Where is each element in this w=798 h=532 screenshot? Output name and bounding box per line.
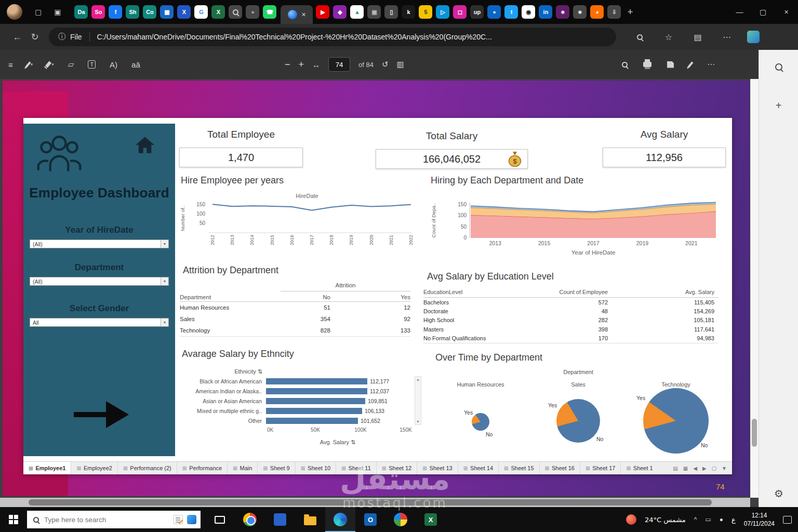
more-options-icon[interactable]: ⋯ xyxy=(707,60,715,69)
maximize-button[interactable]: ▢ xyxy=(751,0,775,24)
language-indicator[interactable]: ع xyxy=(732,516,736,524)
horizontal-scrollbar-thumb[interactable] xyxy=(29,499,712,506)
start-button[interactable] xyxy=(0,507,27,532)
browser-tab[interactable]: t xyxy=(504,5,518,19)
fit-to-width-button[interactable]: ↔ xyxy=(312,60,320,69)
browser-tab[interactable]: ◻ xyxy=(453,5,467,19)
browser-tab[interactable]: ▲ xyxy=(350,5,364,19)
browser-tab[interactable]: ▦ xyxy=(160,5,174,19)
profile-avatar[interactable] xyxy=(7,4,22,20)
zoom-indicator-icon[interactable] xyxy=(634,34,645,40)
taskbar-app-outlook[interactable]: O xyxy=(355,507,385,532)
browser-tab[interactable] xyxy=(229,5,242,19)
browser-tab[interactable]: ▶ xyxy=(316,5,329,19)
taskbar-app-edge[interactable] xyxy=(325,507,355,532)
browser-tab[interactable]: ▷ xyxy=(436,5,449,19)
sort-icon: ⇅ xyxy=(258,368,262,375)
tray-status-icon[interactable]: ● xyxy=(720,516,723,523)
tray-touchpad-icon[interactable]: ▭ xyxy=(705,516,711,523)
browser-tab[interactable]: Sh xyxy=(126,5,139,19)
search-document-icon[interactable] xyxy=(622,62,628,68)
workspaces-icon[interactable]: ▢ xyxy=(35,8,42,16)
browser-tab[interactable]: G xyxy=(194,5,208,19)
settings-more-icon[interactable]: ⋯ xyxy=(721,32,733,42)
pdf-page-input[interactable] xyxy=(328,57,350,72)
read-aloud-icon[interactable]: A) xyxy=(110,60,117,69)
browser-tab[interactable]: f xyxy=(109,5,122,19)
add-text-icon[interactable]: T xyxy=(88,60,96,69)
browser-tab[interactable]: up xyxy=(470,5,484,19)
browser-tab[interactable]: ∗ xyxy=(556,5,569,19)
browser-tab[interactable]: Co xyxy=(143,5,156,19)
page-info-icon[interactable]: ⓘ xyxy=(58,32,65,42)
favorites-bar-icon[interactable]: ▤ xyxy=(692,32,703,42)
weather-label[interactable]: 24°C مشمس xyxy=(645,516,686,524)
browser-tab[interactable]: k xyxy=(402,5,415,19)
translate-icon[interactable]: aā xyxy=(131,60,140,69)
back-button[interactable]: ← xyxy=(8,32,26,43)
browser-tab[interactable]: X xyxy=(177,5,191,19)
browser-tab[interactable]: ⇩ xyxy=(607,5,621,19)
taskbar-search-box[interactable] xyxy=(27,511,201,528)
browser-essentials-icon[interactable] xyxy=(747,31,760,43)
close-button[interactable]: × xyxy=(775,0,798,24)
page-view-button[interactable]: ▥ xyxy=(397,60,404,69)
sidebar-add-icon[interactable]: + xyxy=(776,100,782,112)
browser-tab[interactable]: ◆ xyxy=(333,5,347,19)
browser-tab[interactable]: ● xyxy=(487,5,501,19)
highlights-note-icon[interactable] xyxy=(174,515,183,524)
sidebar-search-icon[interactable] xyxy=(775,63,782,71)
sidebar-settings-icon[interactable]: ⚙ xyxy=(759,487,798,500)
tab-close-icon[interactable]: × xyxy=(301,10,305,19)
tab-list-icon[interactable]: ▣ xyxy=(54,8,61,16)
rotate-button[interactable]: ↺ xyxy=(382,60,389,69)
clock[interactable]: 12:14 07/11/2024 xyxy=(744,511,775,528)
task-view-button[interactable] xyxy=(205,507,235,532)
sheet-tab-sheet-18: ⊞Sheet 18 xyxy=(621,462,653,474)
browser-tab[interactable]: ◕ xyxy=(590,5,604,19)
active-tab[interactable]: × xyxy=(281,5,313,24)
browser-tab[interactable]: ● xyxy=(246,5,259,19)
browser-tab[interactable]: ▯ xyxy=(384,5,398,19)
browser-tab[interactable]: So xyxy=(91,5,105,19)
education-table: EducationLevel Count of Employee Avg. Sa… xyxy=(423,289,719,343)
favorite-star-icon[interactable]: ☆ xyxy=(663,32,674,42)
highlighter-tool-icon[interactable]: ▾ xyxy=(47,61,54,68)
search-input[interactable] xyxy=(44,516,174,524)
save-icon[interactable] xyxy=(667,61,674,68)
zoom-out-button[interactable]: − xyxy=(285,59,290,70)
browser-tab[interactable]: X xyxy=(211,5,225,19)
browser-tab[interactable]: 5 xyxy=(419,5,432,19)
address-field[interactable]: ⓘ File C:/Users/maham/OneDrive/Documents… xyxy=(49,28,616,46)
highlights-app-icon[interactable] xyxy=(187,515,196,524)
print-icon[interactable] xyxy=(643,62,651,67)
sheet-grid-icon: ⊞ xyxy=(626,466,630,471)
zoom-in-button[interactable]: + xyxy=(299,59,304,70)
browser-tab[interactable]: ∗ xyxy=(573,5,587,19)
browser-tab[interactable]: ▣ xyxy=(367,5,381,19)
taskbar-app-chrome[interactable] xyxy=(235,507,265,532)
browser-tab[interactable]: in xyxy=(539,5,552,19)
save-as-icon[interactable] xyxy=(689,61,691,68)
refresh-button[interactable]: ↻ xyxy=(26,31,44,43)
hire-line-title: Hire Employee per years xyxy=(181,175,284,186)
weather-icon[interactable] xyxy=(626,514,636,525)
pen-tool-icon[interactable]: ▾ xyxy=(27,61,33,68)
tray-expand-icon[interactable]: ^ xyxy=(694,516,697,523)
taskbar-app-photos[interactable] xyxy=(385,507,416,532)
eraser-tool-icon[interactable]: ▱ xyxy=(68,60,74,69)
sheet-grid-icon: ⊞ xyxy=(263,466,267,471)
pdf-page-number-overlay: 74 xyxy=(716,482,725,491)
thumbnails-icon[interactable]: ≡ xyxy=(8,60,13,69)
browser-tab[interactable]: Da xyxy=(74,5,88,19)
new-tab-button[interactable]: + xyxy=(627,6,633,18)
taskbar-app-blue[interactable] xyxy=(265,507,295,532)
browser-tab[interactable]: ☎ xyxy=(263,5,276,19)
action-center-icon[interactable] xyxy=(783,516,792,524)
browser-tab[interactable]: ◉ xyxy=(522,5,535,19)
taskbar-app-explorer[interactable] xyxy=(295,507,325,532)
taskbar-app-excel[interactable]: X xyxy=(416,507,446,532)
sheet-tab-sheet-14: ⊞Sheet 14 xyxy=(458,462,499,474)
vertical-scrollbar-thumb[interactable] xyxy=(752,419,757,447)
minimize-button[interactable]: — xyxy=(728,0,751,24)
